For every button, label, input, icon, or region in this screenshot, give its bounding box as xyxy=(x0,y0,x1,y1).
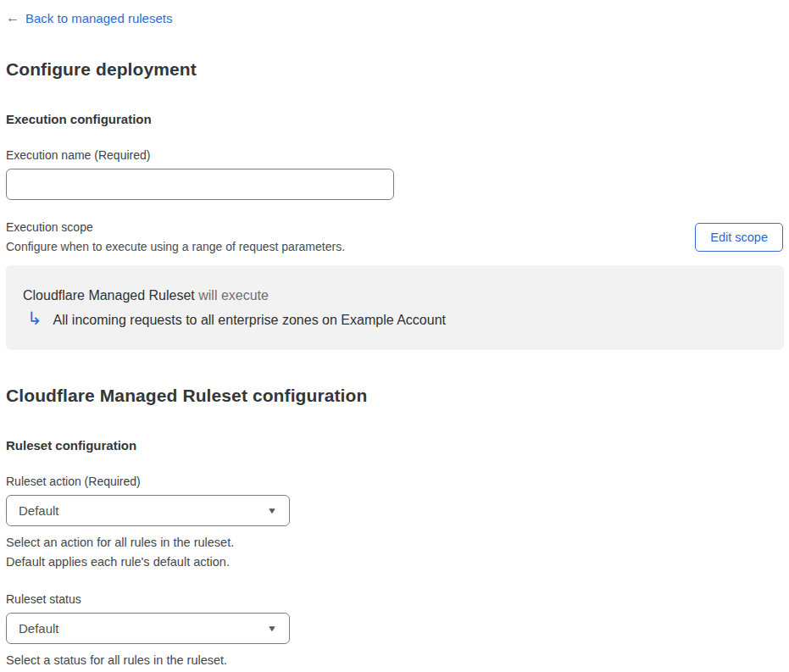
chevron-down-icon: ▼ xyxy=(267,506,277,515)
edit-scope-button[interactable]: Edit scope xyxy=(695,223,783,252)
scope-detail-line: ↳ All incoming requests to all enterpris… xyxy=(23,311,767,329)
back-arrow-icon: ← xyxy=(6,11,19,25)
execution-name-label: Execution name (Required) xyxy=(6,148,784,162)
scope-summary-line: Cloudflare Managed Ruleset will execute xyxy=(23,288,767,303)
execution-scope-text: Execution scope Configure when to execut… xyxy=(6,220,345,253)
execution-name-input[interactable] xyxy=(6,169,394,200)
scope-ruleset-name: Cloudflare Managed Ruleset xyxy=(23,288,195,303)
back-to-managed-rulesets-link[interactable]: ← Back to managed rulesets xyxy=(6,11,172,25)
ruleset-status-select[interactable]: Default ▼ xyxy=(6,613,290,644)
configure-deployment-page: ← Back to managed rulesets Configure dep… xyxy=(0,0,789,670)
ruleset-status-selected-value: Default xyxy=(19,621,59,636)
ruleset-action-help-line2: Default applies each rule's default acti… xyxy=(6,553,784,572)
ruleset-configuration-heading: Ruleset configuration xyxy=(6,438,784,453)
back-link-label: Back to managed rulesets xyxy=(25,11,172,25)
scope-summary-panel: Cloudflare Managed Ruleset will execute … xyxy=(6,265,784,350)
ruleset-configuration-title: Cloudflare Managed Ruleset configuration xyxy=(6,386,784,406)
execution-scope-row: Execution scope Configure when to execut… xyxy=(6,220,784,253)
ruleset-action-selected-value: Default xyxy=(19,503,59,518)
ruleset-action-help-line1: Select an action for all rules in the ru… xyxy=(6,533,784,553)
return-arrow-icon: ↳ xyxy=(27,309,42,327)
chevron-down-icon: ▼ xyxy=(267,624,277,633)
ruleset-status-label: Ruleset status xyxy=(6,592,784,606)
ruleset-action-label: Ruleset action (Required) xyxy=(6,475,784,488)
scope-detail-text: All incoming requests to all enterprise … xyxy=(53,313,446,328)
scope-will-execute-text: will execute xyxy=(195,288,269,303)
execution-scope-label: Execution scope xyxy=(6,220,345,234)
ruleset-action-select[interactable]: Default ▼ xyxy=(6,495,290,526)
execution-scope-description: Configure when to execute using a range … xyxy=(6,240,345,253)
execution-configuration-heading: Execution configuration xyxy=(6,112,784,126)
ruleset-status-help: Select a status for all rules in the rul… xyxy=(6,651,784,670)
page-title: Configure deployment xyxy=(6,59,784,80)
ruleset-action-help: Select an action for all rules in the ru… xyxy=(6,533,784,572)
